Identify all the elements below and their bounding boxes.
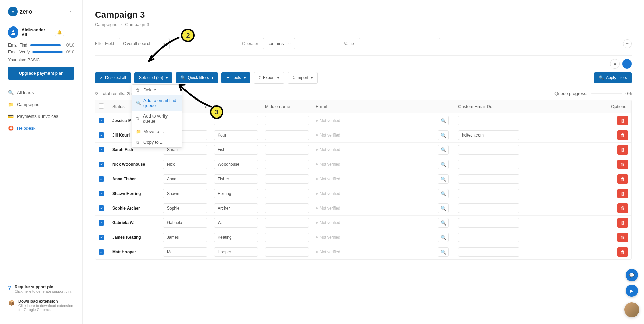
find-email-button[interactable]: 🔍 xyxy=(438,247,449,257)
upgrade-button[interactable]: Upgrade payment plan xyxy=(8,67,74,80)
find-email-button[interactable]: 🔍 xyxy=(438,116,449,125)
dropdown-add-to-verify[interactable]: ⇅Add to verify queue xyxy=(132,111,182,126)
delete-row-button[interactable]: 🗑 xyxy=(617,189,628,198)
nav-helpdesk[interactable]: 🛟Helpdesk xyxy=(0,122,82,134)
nav-all-leads[interactable]: 🔍All leads xyxy=(0,87,82,98)
value-input[interactable] xyxy=(359,38,440,49)
last-name-input[interactable] xyxy=(214,247,258,257)
delete-row-button[interactable]: 🗑 xyxy=(617,247,628,257)
filter-field-select[interactable]: Overall search xyxy=(119,38,170,49)
row-checkbox[interactable]: ✓ xyxy=(99,147,104,152)
middle-name-input[interactable] xyxy=(265,160,309,169)
middle-name-input[interactable] xyxy=(265,174,309,184)
tools-button[interactable]: ✦Tools▾ xyxy=(221,72,250,83)
dropdown-move-to[interactable]: 📁Move to ... xyxy=(132,126,182,137)
selected-dropdown-button[interactable]: Selected (25)▾ xyxy=(134,72,172,83)
operator-select[interactable]: contains xyxy=(263,38,295,49)
quick-filters-button[interactable]: 🔍Quick filters▾ xyxy=(176,72,218,83)
middle-name-input[interactable] xyxy=(265,203,309,213)
last-name-input[interactable] xyxy=(214,218,258,228)
dropdown-add-to-email-find[interactable]: 🔍Add to email find queue xyxy=(132,95,182,111)
middle-name-input[interactable] xyxy=(265,130,309,140)
first-name-input[interactable] xyxy=(163,247,207,257)
last-name-input[interactable] xyxy=(214,233,258,242)
domain-input[interactable] xyxy=(458,218,519,228)
delete-row-button[interactable]: 🗑 xyxy=(617,218,628,228)
brand-logo[interactable]: zeroin xyxy=(8,7,36,16)
last-name-input[interactable] xyxy=(214,203,258,213)
row-checkbox[interactable]: ✓ xyxy=(99,118,104,123)
find-email-button[interactable]: 🔍 xyxy=(438,145,449,155)
domain-input[interactable] xyxy=(458,203,519,213)
row-checkbox[interactable]: ✓ xyxy=(99,191,104,196)
delete-row-button[interactable]: 🗑 xyxy=(617,233,628,242)
first-name-input[interactable] xyxy=(163,174,207,184)
download-extension-link[interactable]: 📦 Download extensionClick here to downlo… xyxy=(8,299,74,312)
domain-input[interactable] xyxy=(458,247,519,257)
clear-filter-button[interactable]: ✕ xyxy=(610,59,620,69)
delete-row-button[interactable]: 🗑 xyxy=(617,203,628,213)
select-all-checkbox[interactable] xyxy=(99,103,104,109)
user-avatar[interactable] xyxy=(8,26,18,38)
play-button[interactable]: ▶ xyxy=(626,285,638,297)
add-filter-button[interactable]: + xyxy=(622,59,632,69)
find-email-button[interactable]: 🔍 xyxy=(438,233,449,242)
chat-button[interactable]: 💬 xyxy=(626,269,638,281)
delete-row-button[interactable]: 🗑 xyxy=(617,174,628,184)
delete-row-button[interactable]: 🗑 xyxy=(617,116,628,125)
middle-name-input[interactable] xyxy=(265,145,309,155)
domain-input[interactable] xyxy=(458,160,519,169)
delete-row-button[interactable]: 🗑 xyxy=(617,160,628,169)
row-checkbox[interactable]: ✓ xyxy=(99,132,104,138)
row-checkbox[interactable]: ✓ xyxy=(99,162,104,167)
export-button[interactable]: ⤴Export▾ xyxy=(254,72,284,84)
middle-name-input[interactable] xyxy=(265,116,309,125)
remove-filter-button[interactable]: − xyxy=(623,39,632,48)
find-email-button[interactable]: 🔍 xyxy=(438,203,449,213)
refresh-icon[interactable]: ⟳ xyxy=(95,91,99,96)
first-name-input[interactable] xyxy=(163,203,207,213)
row-checkbox[interactable]: ✓ xyxy=(99,249,104,255)
nav-payments[interactable]: 💳Payments & Invoices xyxy=(0,110,82,122)
row-checkbox[interactable]: ✓ xyxy=(99,176,104,182)
support-pin-link[interactable]: ? Require support pinClick here to gener… xyxy=(8,285,74,293)
support-avatar[interactable] xyxy=(624,302,639,317)
first-name-input[interactable] xyxy=(163,218,207,228)
domain-input[interactable] xyxy=(458,189,519,198)
row-checkbox[interactable]: ✓ xyxy=(99,220,104,226)
user-menu-button[interactable]: ⋯ xyxy=(68,29,74,36)
apply-filters-button[interactable]: 🔍Apply filters xyxy=(594,72,632,83)
delete-row-button[interactable]: 🗑 xyxy=(617,130,628,140)
domain-input[interactable] xyxy=(458,174,519,184)
last-name-input[interactable] xyxy=(214,130,258,140)
middle-name-input[interactable] xyxy=(265,233,309,242)
find-email-button[interactable]: 🔍 xyxy=(438,174,449,184)
last-name-input[interactable] xyxy=(214,145,258,155)
find-email-button[interactable]: 🔍 xyxy=(438,160,449,169)
nav-campaigns[interactable]: 📁Campaigns xyxy=(0,98,82,110)
import-button[interactable]: ⤵Import▾ xyxy=(288,72,318,84)
domain-input[interactable] xyxy=(458,116,519,125)
middle-name-input[interactable] xyxy=(265,189,309,198)
domain-input[interactable] xyxy=(458,130,519,140)
first-name-input[interactable] xyxy=(163,160,207,169)
last-name-input[interactable] xyxy=(214,160,258,169)
middle-name-input[interactable] xyxy=(265,247,309,257)
deselect-all-button[interactable]: ✓Deselect all xyxy=(95,72,131,83)
notifications-button[interactable]: 🔔 xyxy=(55,29,64,36)
dropdown-copy-to[interactable]: ⧉Copy to ... xyxy=(132,137,182,147)
last-name-input[interactable] xyxy=(214,189,258,198)
domain-input[interactable] xyxy=(458,145,519,155)
first-name-input[interactable] xyxy=(163,233,207,242)
row-checkbox[interactable]: ✓ xyxy=(99,205,104,211)
dropdown-delete[interactable]: 🗑Delete xyxy=(132,85,182,95)
find-email-button[interactable]: 🔍 xyxy=(438,189,449,198)
last-name-input[interactable] xyxy=(214,174,258,184)
first-name-input[interactable] xyxy=(163,189,207,198)
middle-name-input[interactable] xyxy=(265,218,309,228)
domain-input[interactable] xyxy=(458,233,519,242)
find-email-button[interactable]: 🔍 xyxy=(438,218,449,228)
breadcrumb-root[interactable]: Campaigns xyxy=(95,22,117,27)
find-email-button[interactable]: 🔍 xyxy=(438,130,449,140)
collapse-sidebar-icon[interactable]: ← xyxy=(69,8,74,15)
